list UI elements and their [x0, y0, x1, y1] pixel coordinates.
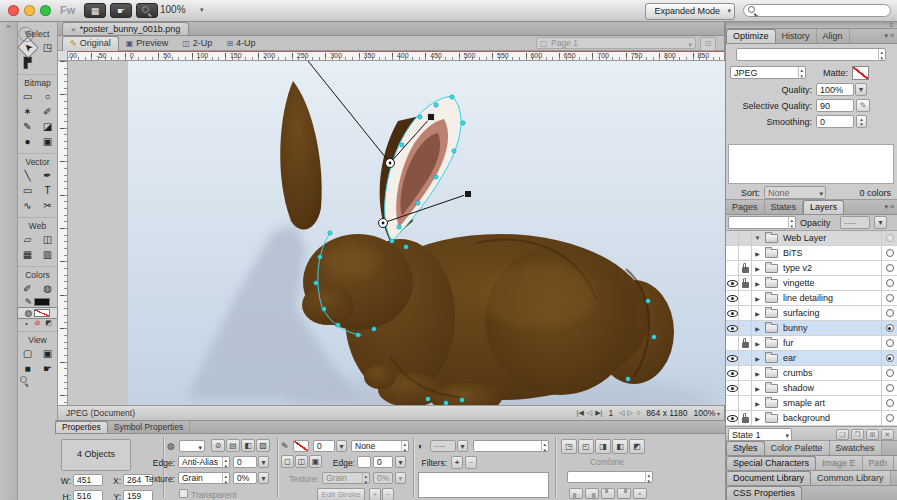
canvas-pasteboard[interactable] — [68, 61, 725, 405]
fill-color-dropdown[interactable] — [179, 440, 205, 452]
layer-row[interactable]: ▶ line detailing — [726, 291, 897, 306]
layer-select-radio[interactable] — [886, 414, 894, 422]
panel-tab[interactable]: Document Library — [726, 471, 811, 485]
optimize-preset-dropdown[interactable] — [736, 48, 886, 61]
layer-name[interactable]: ear — [780, 353, 881, 363]
hide-hotspots-button[interactable]: ▥ — [40, 247, 56, 262]
stroke-texture-dropdown[interactable]: Grain — [322, 472, 370, 484]
layer-name[interactable]: bunny — [780, 323, 881, 333]
minimize-window-button[interactable] — [24, 5, 35, 16]
marquee-tool[interactable]: ▭ — [20, 89, 36, 104]
transparent-checkbox[interactable] — [179, 489, 188, 498]
expand-arrow-icon[interactable]: ▶ — [752, 325, 763, 332]
state-nav-button[interactable]: ○ — [636, 406, 640, 420]
layer-name[interactable]: smaple art — [780, 398, 881, 408]
fill-texture-amount[interactable]: 0% — [233, 472, 257, 484]
layer-name[interactable]: line detailing — [780, 293, 881, 303]
layer-name[interactable]: fur — [780, 338, 881, 348]
stroke-color-well[interactable] — [293, 440, 309, 452]
panel-tab[interactable]: Image E — [816, 456, 863, 470]
expand-arrow-icon[interactable]: ▶ — [752, 310, 763, 317]
stroke-color-well[interactable]: ✎ — [18, 297, 57, 307]
panel-tab[interactable]: Pages — [726, 200, 765, 214]
eraser-tool[interactable]: ◪ — [40, 119, 56, 134]
layer-select-radio[interactable] — [886, 279, 894, 287]
text-tool[interactable]: T — [40, 183, 56, 198]
smoothing-stepper[interactable] — [856, 115, 867, 128]
edit-stroke-button[interactable]: Edit Stroke — [317, 488, 365, 500]
zoom-window-button[interactable] — [40, 5, 51, 16]
fullscreen-button[interactable]: ■ — [20, 361, 36, 376]
app-icon-button[interactable]: ▦ — [84, 3, 106, 18]
layer-name[interactable]: crumbs — [780, 368, 881, 378]
panel-menu-icon[interactable]: ▾ ≡ — [884, 32, 894, 40]
expand-arrow-icon[interactable]: ▶ — [752, 415, 763, 422]
align-small-button[interactable]: ▗ — [585, 488, 599, 499]
expand-arrow-icon[interactable]: ▶ — [752, 250, 763, 257]
blend-dropdown-button[interactable]: ▾ — [457, 440, 468, 452]
stroke-texture-amount[interactable]: 0% — [373, 472, 393, 484]
stroke-tip-stepper[interactable]: ▾ — [336, 440, 347, 452]
expand-arrow-icon[interactable]: ▶ — [752, 385, 763, 392]
fill-type-button[interactable]: ◧ — [241, 439, 255, 452]
layer-name[interactable]: shadow — [780, 383, 881, 393]
pencil-tool[interactable]: ✎ — [20, 119, 36, 134]
panel-tab[interactable]: History — [776, 29, 817, 43]
no-color-button[interactable]: ⊘ — [33, 319, 42, 327]
layer-row[interactable]: ▶ bunny — [726, 321, 897, 336]
layer-select-radio[interactable] — [886, 339, 894, 347]
stroke-mini-button[interactable]: − — [382, 488, 394, 500]
layer-row[interactable]: ▶ smaple art — [726, 396, 897, 411]
pen-tool[interactable]: ✒ — [40, 168, 56, 183]
fill-color-well[interactable]: ◍ — [18, 308, 57, 318]
state-nav-button[interactable]: ▶| — [595, 406, 602, 420]
zoom-level-dropdown[interactable]: 100% — [160, 4, 186, 15]
visibility-eye-icon[interactable] — [727, 280, 738, 287]
hotspot-tool[interactable]: ▱ — [20, 232, 36, 247]
layer-select-radio[interactable] — [886, 294, 894, 302]
panel-tab[interactable]: Color Palette — [765, 441, 830, 455]
expand-arrow-icon[interactable]: ▶ — [752, 265, 763, 272]
layer-row[interactable]: ▶ shadow — [726, 381, 897, 396]
layer-row[interactable]: ▶ vingette — [726, 276, 897, 291]
selective-quality-field[interactable]: 90 — [816, 99, 854, 112]
rubber-stamp-tool[interactable]: ▣ — [40, 134, 56, 149]
status-zoom-dropdown[interactable]: 100% — [694, 406, 720, 421]
fill-edge-dropdown[interactable]: Anti-Alias — [178, 456, 230, 468]
layer-select-radio[interactable] — [886, 354, 894, 362]
panel-tab[interactable]: Layers — [803, 200, 844, 214]
align-small-button[interactable]: ▝ — [617, 488, 631, 499]
fill-type-button[interactable]: ▤ — [226, 439, 240, 452]
combine-tool-button[interactable]: ◧ — [612, 439, 628, 454]
panel-tab[interactable]: Styles — [726, 441, 765, 455]
brush-tool[interactable]: ✐ — [40, 104, 56, 119]
blend-preset-dropdown[interactable] — [473, 440, 549, 452]
width-field[interactable]: 451 — [73, 474, 103, 486]
selective-quality-edit-icon[interactable]: ✎ — [856, 99, 870, 112]
visibility-eye-icon[interactable] — [727, 355, 738, 362]
panel-tab[interactable]: Align — [817, 29, 850, 43]
stroke-position-button[interactable]: ▣ — [309, 455, 322, 468]
layer-name[interactable]: background — [780, 413, 881, 423]
visibility-eye-icon[interactable] — [727, 385, 738, 392]
blend-mode-field[interactable]: ---- — [430, 440, 456, 452]
fill-texture-dropdown[interactable]: Grain — [178, 472, 230, 484]
layer-select-radio[interactable] — [886, 324, 894, 332]
panel-grip[interactable]: ≡ — [726, 22, 897, 29]
document-tab[interactable]: ×*poster_bunny_001b.png — [62, 22, 189, 35]
swap-colors-button[interactable]: ◩ — [44, 319, 53, 327]
hand-toolbar-button[interactable]: ☛ — [110, 3, 132, 18]
layer-row[interactable]: ▶ BiTS — [726, 246, 897, 261]
remove-filter-button[interactable]: − — [465, 456, 477, 469]
view-tab[interactable]: ▣Preview — [119, 36, 176, 50]
panel-menu-icon[interactable]: ≡ — [889, 22, 893, 29]
export-format-dropdown[interactable]: JPEG — [730, 66, 806, 79]
fill-texture-stepper[interactable]: ▾ — [258, 472, 269, 484]
stroke-edge-stepper[interactable]: ▾ — [395, 456, 406, 468]
expand-arrow-icon[interactable]: ▶ — [752, 340, 763, 347]
visibility-eye-icon[interactable] — [727, 370, 738, 377]
y-field[interactable]: 159 — [123, 490, 153, 500]
hand-tool[interactable]: ☛ — [40, 361, 56, 376]
stroke-position-button[interactable]: ◻ — [281, 455, 294, 468]
view-tab[interactable]: ⊞4-Up — [219, 36, 262, 50]
